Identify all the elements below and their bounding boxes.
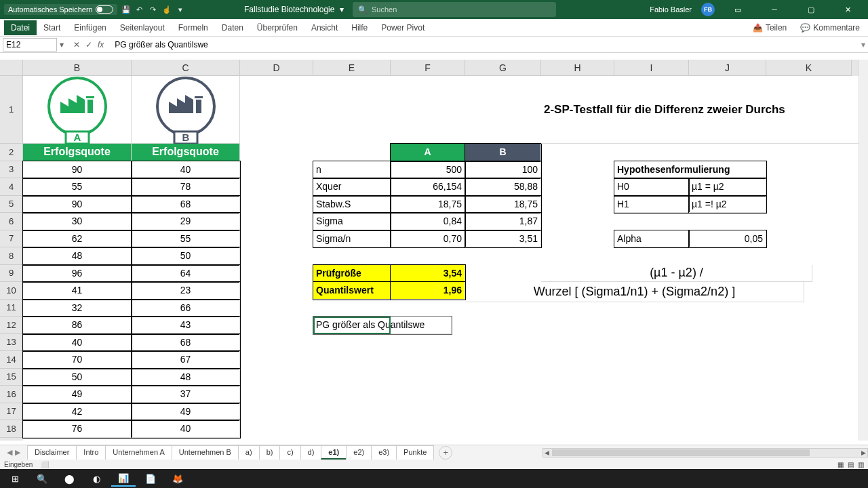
- data-b-14[interactable]: 42: [23, 403, 132, 421]
- tab-ansicht[interactable]: Ansicht: [304, 20, 344, 35]
- header-erfolg-a[interactable]: Erfolgsquote: [23, 144, 132, 161]
- col-header-I[interactable]: I: [614, 60, 689, 76]
- stat-b-n[interactable]: 100: [465, 161, 541, 179]
- data-b-6[interactable]: 96: [23, 265, 132, 283]
- enter-icon[interactable]: ✓: [85, 40, 92, 49]
- tab-daten[interactable]: Daten: [215, 20, 250, 35]
- fx-icon[interactable]: fx: [98, 40, 104, 49]
- stat-a-stabw[interactable]: 18,75: [391, 196, 465, 214]
- quant-value[interactable]: 1,96: [391, 282, 465, 300]
- col-header-D[interactable]: D: [240, 60, 313, 76]
- obs-icon[interactable]: ⬤: [57, 470, 81, 487]
- data-b-4[interactable]: 62: [23, 230, 132, 248]
- data-b-5[interactable]: 48: [23, 247, 132, 265]
- avatar[interactable]: FB: [701, 3, 715, 16]
- data-c-5[interactable]: 50: [132, 247, 240, 265]
- alpha-value[interactable]: 0,05: [689, 230, 766, 248]
- row-header-18[interactable]: 18: [0, 420, 23, 438]
- tab-powerpivot[interactable]: Power Pivot: [374, 20, 431, 35]
- alpha-label[interactable]: Alpha: [614, 230, 689, 248]
- row-header-15[interactable]: 15: [0, 369, 23, 386]
- cancel-icon[interactable]: ✕: [73, 40, 80, 49]
- row-header-17[interactable]: 17: [0, 403, 23, 421]
- stat-a-xquer[interactable]: 66,154: [391, 178, 465, 196]
- stat-a-sigman[interactable]: 0,70: [391, 230, 465, 248]
- view-break-icon[interactable]: ▥: [858, 461, 864, 468]
- data-b-13[interactable]: 49: [23, 386, 132, 403]
- editing-cell[interactable]: PG größer als Quantilswe: [313, 317, 452, 334]
- stat-a-sigma[interactable]: 0,84: [391, 213, 465, 230]
- col-header-G[interactable]: G: [465, 60, 541, 76]
- firefox-icon[interactable]: 🦊: [165, 470, 190, 487]
- row-header-8[interactable]: 8: [0, 247, 23, 265]
- sheet-tab-b[interactable]: b): [259, 445, 281, 460]
- data-b-15[interactable]: 76: [23, 420, 132, 438]
- formula-input[interactable]: PG größer als Quantilswe: [111, 40, 859, 49]
- horizontal-scrollbar[interactable]: ◀ ▶: [542, 448, 868, 458]
- col-header-B[interactable]: B: [23, 60, 132, 76]
- start-button[interactable]: ⊞: [3, 470, 27, 487]
- comments-button[interactable]: 💬Kommentare: [796, 22, 864, 34]
- record-macro-icon[interactable]: ⬜: [41, 461, 49, 468]
- undo-icon[interactable]: ↶: [135, 5, 144, 14]
- row-header-16[interactable]: 16: [0, 386, 23, 403]
- app-icon[interactable]: ◐: [84, 470, 108, 487]
- col-header-F[interactable]: F: [391, 60, 465, 76]
- namebox-dropdown[interactable]: ▾: [57, 40, 66, 49]
- pruef-value[interactable]: 3,54: [391, 265, 465, 283]
- row-header-4[interactable]: 4: [0, 178, 23, 196]
- data-c-12[interactable]: 48: [132, 369, 240, 386]
- sheet-tab-UnternehmenA[interactable]: Unternehmen A: [105, 445, 172, 460]
- autosave-toggle[interactable]: Automatisches Speichern: [4, 4, 117, 15]
- search-input[interactable]: 🔍 Suchen: [353, 2, 556, 17]
- data-b-7[interactable]: 41: [23, 282, 132, 300]
- col-header-H[interactable]: H: [541, 60, 614, 76]
- row-header-13[interactable]: 13: [0, 334, 23, 352]
- tab-einfuegen[interactable]: Einfügen: [67, 20, 113, 35]
- row-header-10[interactable]: 10: [0, 282, 23, 300]
- user-name[interactable]: Fabio Basler: [650, 5, 692, 14]
- tab-ueberpruefen[interactable]: Überprüfen: [250, 20, 304, 35]
- tab-start[interactable]: Start: [37, 20, 67, 35]
- save-icon[interactable]: 💾: [121, 5, 131, 14]
- tab-formeln[interactable]: Formeln: [172, 20, 215, 35]
- pruef-label[interactable]: Prüfgröße: [313, 265, 391, 283]
- document-title[interactable]: Fallstudie Biotechnologie ▾: [244, 5, 344, 14]
- data-b-3[interactable]: 30: [23, 213, 132, 230]
- data-c-4[interactable]: 55: [132, 230, 240, 248]
- data-b-12[interactable]: 50: [23, 369, 132, 386]
- sheet-tab-e3[interactable]: e3): [371, 445, 397, 460]
- title-2sp[interactable]: 2-SP-Testfall für die Differenz zweier D…: [541, 76, 868, 144]
- sheet-tab-a[interactable]: a): [238, 445, 260, 460]
- stat-a-n[interactable]: 500: [391, 161, 465, 179]
- data-c-3[interactable]: 29: [132, 213, 240, 230]
- sheet-tab-d[interactable]: d): [300, 445, 322, 460]
- ribbon-mode-icon[interactable]: ▭: [724, 0, 751, 19]
- touch-icon[interactable]: ☝: [162, 5, 172, 14]
- sheet-tab-e2[interactable]: e2): [346, 445, 372, 460]
- sheet-tab-e1[interactable]: e1): [321, 445, 347, 460]
- sheet-tab-Intro[interactable]: Intro: [76, 445, 106, 460]
- data-c-13[interactable]: 37: [132, 386, 240, 403]
- row-header-1[interactable]: 1: [0, 76, 23, 144]
- data-c-15[interactable]: 40: [132, 420, 240, 438]
- stat-head-a[interactable]: A: [391, 144, 465, 161]
- stat-b-stabw[interactable]: 18,75: [465, 196, 541, 214]
- data-b-8[interactable]: 32: [23, 300, 132, 317]
- sheet-tab-Disclaimer[interactable]: Disclaimer: [27, 445, 77, 460]
- stat-b-xquer[interactable]: 58,88: [465, 178, 541, 196]
- data-c-14[interactable]: 49: [132, 403, 240, 421]
- h1-value[interactable]: µ1 =! µ2: [689, 196, 766, 214]
- stat-label-sigman[interactable]: Sigma/n: [313, 230, 391, 248]
- data-b-9[interactable]: 86: [23, 317, 132, 334]
- more-icon[interactable]: ▾: [176, 5, 185, 14]
- excel-task-icon[interactable]: 📊: [111, 470, 136, 487]
- row-header-7[interactable]: 7: [0, 230, 23, 248]
- h0-value[interactable]: µ1 = µ2: [689, 178, 766, 196]
- formula-line2[interactable]: Wurzel [ (Sigma1/n1) + (Sigma2/n2) ]: [465, 282, 804, 302]
- cells-area[interactable]: A B ErfolgsquoteErfolgsquote905590306248…: [23, 76, 859, 441]
- select-all-corner[interactable]: [0, 60, 23, 76]
- factory-icon-a[interactable]: A: [23, 76, 132, 144]
- tab-seitenlayout[interactable]: Seitenlayout: [113, 20, 172, 35]
- col-header-K[interactable]: K: [766, 60, 852, 76]
